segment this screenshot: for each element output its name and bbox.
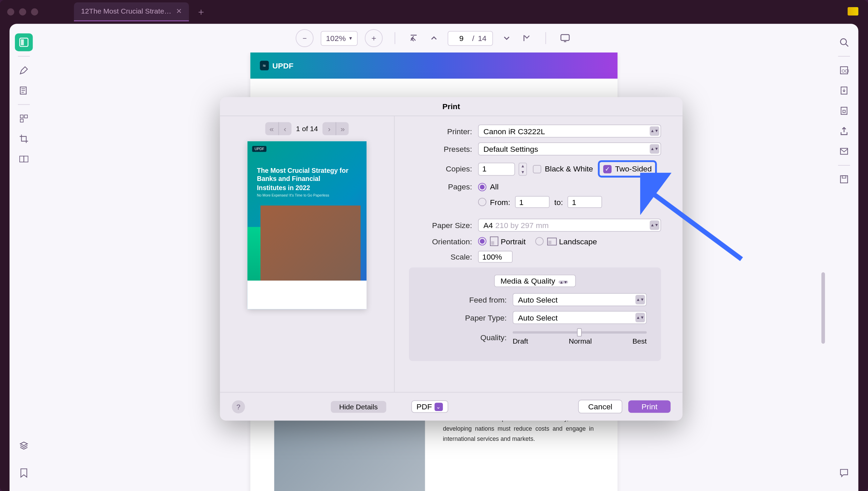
titlebar: 12The Most Crucial Strate… ✕ ＋	[0, 0, 868, 24]
svg-rect-3	[20, 115, 23, 118]
close-icon[interactable]: ✕	[176, 7, 182, 16]
print-button[interactable]: Print	[628, 400, 670, 413]
organize-tool-button[interactable]	[15, 109, 33, 127]
papersize-select[interactable]: A4210 by 297 mm▲▼	[478, 219, 661, 232]
compare-tool-button[interactable]	[15, 150, 33, 168]
thumbnails-panel-button[interactable]	[15, 33, 33, 51]
share-button[interactable]	[835, 122, 853, 140]
search-button[interactable]	[835, 33, 853, 51]
svg-rect-6	[20, 156, 24, 162]
svg-rect-16	[841, 176, 848, 183]
landscape-radio[interactable]	[535, 237, 544, 246]
presentation-icon[interactable]	[558, 32, 572, 45]
svg-rect-17	[842, 176, 846, 178]
two-sided-checkbox[interactable]: ✓	[603, 165, 612, 173]
quality-normal: Normal	[569, 337, 592, 346]
window-maximize[interactable]	[31, 8, 38, 16]
top-toolbar: － 102%▾ ＋ / 14	[38, 24, 830, 52]
window-minimize[interactable]	[19, 8, 26, 16]
ocr-button[interactable]: OCR	[835, 61, 853, 79]
updf-logo-icon: ≈	[260, 61, 269, 70]
portrait-radio[interactable]	[478, 237, 487, 246]
bookmark-button[interactable]	[15, 464, 33, 482]
hide-details-button[interactable]: Hide Details	[331, 401, 386, 412]
dialog-title: Print	[220, 97, 683, 116]
copies-stepper[interactable]: ▲▼	[518, 162, 527, 176]
copies-input[interactable]: 1	[478, 162, 515, 176]
window-close[interactable]	[7, 8, 14, 16]
papertype-select[interactable]: Auto Select▲▼	[513, 311, 647, 324]
from-input[interactable]: 1	[515, 196, 550, 208]
preview-first-button[interactable]: «	[265, 122, 278, 135]
layers-button[interactable]	[15, 437, 33, 455]
from-label: From:	[490, 198, 510, 206]
prev-page-icon[interactable]	[428, 32, 441, 45]
presets-select[interactable]: Default Settings▲▼	[478, 142, 661, 156]
section-select[interactable]: Media & Quality▲▼	[494, 274, 576, 287]
edit-tool-button[interactable]	[15, 82, 33, 100]
page-total: 14	[478, 34, 486, 42]
preview-prev-button[interactable]: ‹	[278, 122, 291, 135]
tab-title: 12The Most Crucial Strate…	[81, 7, 171, 16]
quality-label: Quality:	[423, 333, 513, 342]
scrollbar[interactable]	[822, 55, 828, 489]
svg-rect-14	[843, 110, 845, 112]
bw-checkbox[interactable]	[533, 165, 541, 173]
email-button[interactable]	[835, 142, 853, 160]
pages-all-label: All	[490, 182, 498, 191]
pages-range-radio[interactable]	[478, 198, 487, 206]
page-number-input[interactable]: / 14	[448, 31, 493, 46]
preview-counter: 1 of 14	[296, 124, 318, 133]
pdf-dropdown[interactable]: PDF⌄	[411, 400, 448, 413]
scale-input[interactable]: 100%	[478, 251, 513, 263]
zoom-in-button[interactable]: ＋	[365, 29, 383, 47]
comment-button[interactable]	[835, 464, 853, 482]
quality-slider[interactable]: Draft Normal Best	[513, 329, 647, 345]
dialog-footer: ? Hide Details PDF⌄ Cancel Print	[220, 392, 683, 421]
copies-label: Copies:	[409, 164, 478, 173]
svg-rect-8	[561, 35, 570, 41]
svg-text:OCR: OCR	[842, 69, 849, 74]
scrollbar-thumb[interactable]	[822, 272, 825, 344]
to-input[interactable]: 1	[568, 196, 602, 208]
annotate-tool-button[interactable]	[15, 61, 33, 79]
feed-label: Feed from:	[423, 295, 513, 304]
portrait-label: Portrait	[501, 237, 526, 246]
thumb-title: The Most Crucial Strategy for Banks and …	[257, 166, 349, 191]
feed-select[interactable]: Auto Select▲▼	[513, 293, 647, 306]
convert-button[interactable]	[835, 82, 853, 100]
portrait-icon	[490, 237, 498, 246]
quality-best: Best	[632, 337, 647, 346]
preview-next-button[interactable]: ›	[323, 122, 336, 135]
landscape-label: Landscape	[559, 237, 597, 246]
printer-label: Printer:	[409, 127, 478, 136]
document-tab[interactable]: 12The Most Crucial Strate… ✕	[74, 2, 189, 21]
add-tab-button[interactable]: ＋	[196, 6, 206, 18]
svg-rect-1	[21, 39, 24, 45]
left-sidebar	[9, 24, 38, 491]
help-button[interactable]: ?	[232, 400, 245, 413]
printer-select[interactable]: Canon iR C3222L▲▼	[478, 124, 661, 138]
page-current-field[interactable]	[454, 34, 469, 42]
preview-last-button[interactable]: »	[336, 122, 349, 135]
zoom-select[interactable]: 102%▾	[321, 31, 358, 46]
svg-rect-13	[841, 107, 847, 114]
right-sidebar: OCR	[830, 24, 858, 491]
next-page-icon[interactable]	[500, 32, 513, 45]
zoom-out-button[interactable]: －	[296, 29, 314, 47]
save-button[interactable]	[835, 170, 853, 188]
print-preview-pane: « ‹ 1 of 14 › » UPDF The Most Crucial St…	[220, 116, 395, 392]
pages-all-radio[interactable]	[478, 183, 487, 191]
pages-label: Pages:	[409, 182, 478, 191]
cancel-button[interactable]: Cancel	[578, 400, 623, 413]
papertype-label: Paper Type:	[423, 313, 513, 322]
brand-icon	[848, 7, 859, 16]
thumb-photo	[260, 206, 360, 282]
protect-button[interactable]	[835, 102, 853, 120]
first-page-icon[interactable]	[407, 32, 420, 45]
preview-thumbnail: UPDF The Most Crucial Strategy for Banks…	[248, 141, 367, 309]
crop-tool-button[interactable]	[15, 130, 33, 148]
svg-rect-4	[24, 115, 27, 118]
last-page-icon[interactable]	[520, 32, 534, 45]
to-label: to:	[554, 198, 563, 206]
